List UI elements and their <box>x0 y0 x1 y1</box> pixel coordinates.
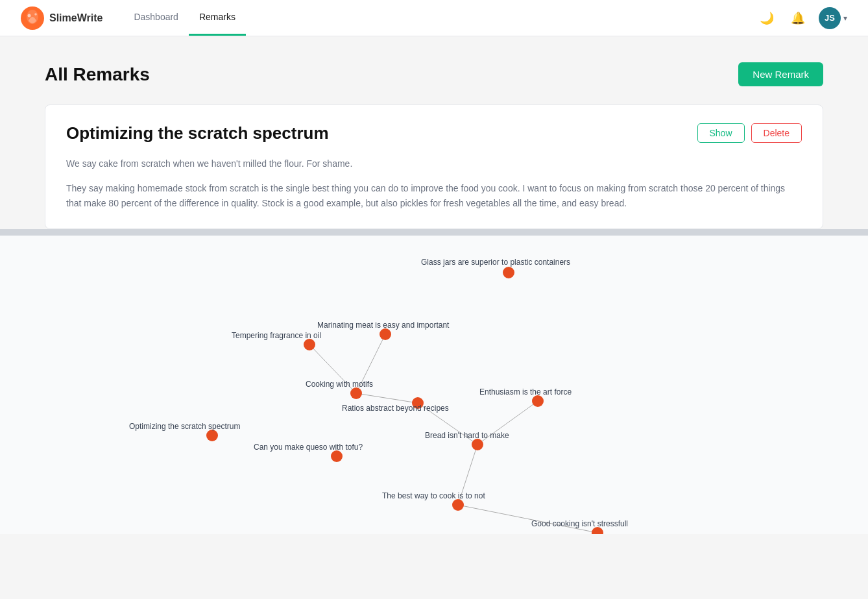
node-marinating[interactable] <box>380 328 391 340</box>
label-optimizing: Optimizing the scratch spectrum <box>129 422 240 431</box>
remark-title: Optimizing the scratch spectrum <box>66 123 329 143</box>
page-header: All Remarks New Remark <box>45 62 823 86</box>
label-bread: Bread isn't hard to make <box>425 431 509 440</box>
graph-svg: Glass jars are superior to plastic conta… <box>0 236 868 534</box>
remark-actions: Show Delete <box>697 123 802 143</box>
logo[interactable]: SlimeWrite <box>21 6 102 30</box>
new-remark-button[interactable]: New Remark <box>738 62 823 86</box>
notifications-button[interactable]: 🔔 <box>788 8 808 29</box>
remark-card: Optimizing the scratch spectrum Show Del… <box>45 104 823 229</box>
show-button[interactable]: Show <box>697 123 745 143</box>
logo-text: SlimeWrite <box>49 12 102 24</box>
label-tempering: Tempering fragrance in oil <box>232 331 321 340</box>
label-glass-jars: Glass jars are superior to plastic conta… <box>421 258 570 267</box>
node-optimizing[interactable] <box>206 430 218 441</box>
node-enthusiasm[interactable] <box>532 395 544 407</box>
label-ratios: Ratios abstract beyond recipes <box>342 404 449 413</box>
dark-mode-button[interactable]: 🌙 <box>756 8 777 29</box>
remark-paragraph-2: They say making homemade stock from scra… <box>66 181 802 210</box>
remark-card-header: Optimizing the scratch spectrum Show Del… <box>66 123 802 143</box>
nav-right: 🌙 🔔 JS ▾ <box>756 7 847 29</box>
label-good-cooking: Good cooking isn't stressfull <box>531 519 628 528</box>
remark-paragraph-1: We say cake from scratch when we haven't… <box>66 156 802 171</box>
nav-remarks[interactable]: Remarks <box>189 0 246 36</box>
graph-section: Glass jars are superior to plastic conta… <box>0 236 868 534</box>
main-content: All Remarks New Remark Optimizing the sc… <box>19 36 849 229</box>
label-queso: Can you make queso with tofu? <box>254 443 363 452</box>
nav-dashboard[interactable]: Dashboard <box>123 0 189 36</box>
label-cooking-motifs: Cooking with motifs <box>306 380 373 389</box>
label-best-way: The best way to cook is to not <box>382 491 485 500</box>
edge-cooking-ratios <box>356 393 418 403</box>
svg-point-3 <box>34 13 37 16</box>
svg-point-2 <box>28 14 31 17</box>
node-tempering[interactable] <box>304 339 315 350</box>
node-glass-jars[interactable] <box>503 267 514 278</box>
label-enthusiasm: Enthusiasm is the art force <box>479 387 572 397</box>
chevron-down-icon: ▾ <box>843 14 847 23</box>
node-best-way[interactable] <box>452 499 464 511</box>
node-queso[interactable] <box>331 450 343 462</box>
logo-icon <box>21 6 44 30</box>
node-cooking-motifs[interactable] <box>350 387 362 399</box>
nav-links: Dashboard Remarks <box>123 0 246 36</box>
label-marinating: Marinating meat is easy and important <box>317 321 450 330</box>
delete-button[interactable]: Delete <box>751 123 802 143</box>
node-bread[interactable] <box>472 439 483 450</box>
divider <box>0 229 868 236</box>
navbar: SlimeWrite Dashboard Remarks 🌙 🔔 JS ▾ <box>0 0 868 36</box>
user-menu[interactable]: JS ▾ <box>819 7 847 29</box>
page-title: All Remarks <box>45 64 150 85</box>
avatar: JS <box>819 7 841 29</box>
